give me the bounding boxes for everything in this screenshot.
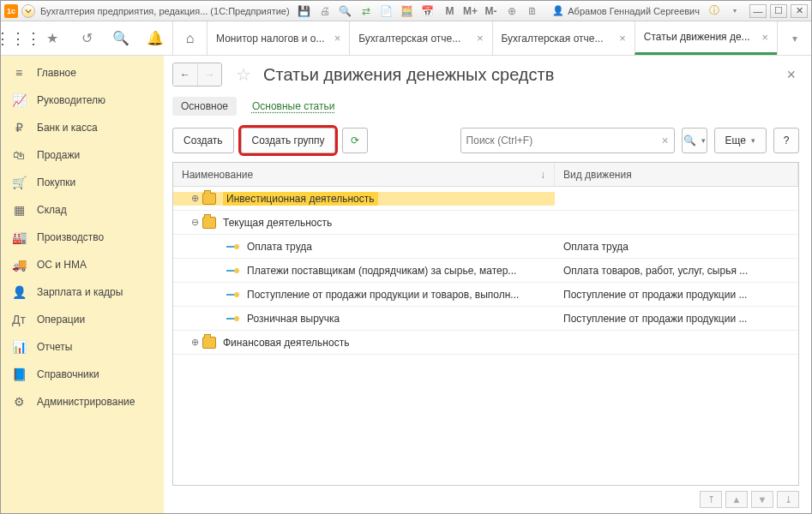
grid-row[interactable]: ⊕Инвестиционная деятельность [173, 187, 798, 211]
menu-icon: 📊 [11, 340, 27, 354]
info-dropdown-icon[interactable]: ▾ [727, 3, 743, 19]
column-kind-header[interactable]: Вид движения [555, 163, 798, 186]
subtab-main-items-link[interactable]: Основные статьи [252, 97, 344, 116]
memory-mminus-button[interactable]: M- [484, 3, 499, 19]
clear-search-icon[interactable]: × [661, 134, 668, 147]
print-icon[interactable]: 🖨 [317, 3, 333, 19]
expand-toggle-icon[interactable]: ⊕ [189, 193, 201, 204]
tab-overflow-button[interactable]: ▾ [777, 21, 811, 55]
expand-toggle-icon[interactable]: ⊖ [189, 217, 201, 228]
maximize-button[interactable]: ☐ [770, 4, 787, 18]
info-icon[interactable]: ⓘ [707, 3, 722, 19]
tab-1[interactable]: Бухгалтерская отче...× [349, 21, 491, 55]
preview-icon[interactable]: 🔍 [338, 3, 353, 19]
tab-3[interactable]: Статьи движения де...× [635, 21, 777, 55]
sidebar-item-label: Операции [37, 314, 85, 326]
close-tab-icon[interactable]: × [619, 32, 626, 45]
create-group-button[interactable]: Создать группу [241, 128, 336, 153]
sidebar-item-2[interactable]: ₽Банк и касса [1, 114, 164, 141]
grid-row[interactable]: Поступление от продажи продукции и товар… [173, 283, 798, 307]
tab-0[interactable]: Монитор налогов и о...× [207, 21, 349, 55]
menu-icon: ⚙ [11, 395, 27, 409]
row-name: Инвестиционная деятельность [223, 192, 378, 206]
page-content: ← → ☆ Статьи движения денежных средств ×… [164, 56, 811, 514]
search-input[interactable] [466, 134, 662, 146]
close-window-button[interactable]: ✕ [791, 4, 808, 18]
row-name: Поступление от продажи продукции и товар… [247, 289, 519, 301]
apps-grid-icon[interactable]: ⋮⋮⋮ [1, 21, 35, 56]
search-field[interactable]: × [460, 128, 675, 153]
minimize-button[interactable]: — [749, 4, 767, 18]
zoom-icon[interactable]: ⊕ [504, 3, 520, 19]
notifications-bell-icon[interactable]: 🔔 [138, 21, 172, 56]
close-tab-icon[interactable]: × [477, 32, 484, 45]
help-button[interactable]: ? [773, 128, 799, 153]
sidebar-item-label: Покупки [37, 176, 75, 188]
history-icon[interactable]: ↺ [69, 21, 104, 56]
favorite-toggle-icon[interactable]: ☆ [232, 63, 255, 86]
item-icon [226, 291, 240, 298]
sidebar-item-10[interactable]: 📊Отчеты [1, 333, 164, 361]
grid-row[interactable]: Платежи поставщикам (подрядчикам) за сыр… [173, 259, 798, 283]
subtab-main[interactable]: Основное [172, 97, 237, 116]
sidebar-item-11[interactable]: 📘Справочники [1, 361, 164, 388]
column-name-header[interactable]: Наименование↓ [173, 163, 555, 186]
nav-forward-button[interactable]: → [197, 63, 221, 86]
grid-nav-last-button[interactable]: ⤓ [777, 491, 799, 508]
tab-label: Монитор налогов и о... [216, 33, 329, 45]
sidebar-item-9[interactable]: ДтОперации [1, 306, 164, 333]
grid-nav-down-button[interactable]: ▼ [751, 491, 773, 508]
row-name: Розничная выручка [247, 313, 340, 325]
close-tab-icon[interactable]: × [761, 31, 768, 44]
nav-back-button[interactable]: ← [173, 63, 197, 86]
close-page-button[interactable]: × [783, 66, 799, 84]
grid-nav-first-button[interactable]: ⤒ [700, 491, 722, 508]
copy-icon[interactable]: 📄 [379, 3, 394, 19]
sidebar-item-3[interactable]: 🛍Продажи [1, 141, 164, 169]
menu-icon: 🛒 [11, 176, 27, 189]
menu-icon: 🚚 [11, 258, 27, 272]
grid-row[interactable]: Розничная выручкаПоступление от продажи … [173, 307, 798, 331]
expand-toggle-icon[interactable]: ⊕ [189, 337, 201, 348]
navigation-sidebar: ≡Главное📈Руководителю₽Банк и касса🛍Прода… [1, 56, 164, 514]
row-name: Финансовая деятельность [223, 337, 349, 349]
grid-nav-up-button[interactable]: ▲ [725, 491, 748, 508]
compare-icon[interactable]: ⇄ [358, 3, 374, 19]
sidebar-item-12[interactable]: ⚙Администрирование [1, 388, 164, 415]
menu-icon: 👤 [11, 285, 27, 299]
grid-row[interactable]: ⊖Текущая деятельность [173, 211, 798, 235]
home-icon[interactable]: ⌂ [172, 21, 207, 56]
folder-icon [202, 217, 216, 229]
sidebar-item-0[interactable]: ≡Главное [1, 59, 164, 87]
grid-row[interactable]: Оплата трудаОплата труда [173, 235, 798, 259]
global-search-icon[interactable]: 🔍 [104, 21, 138, 56]
item-icon [226, 243, 240, 250]
sidebar-item-8[interactable]: 👤Зарплата и кадры [1, 278, 164, 306]
row-name: Платежи поставщикам (подрядчикам) за сыр… [247, 265, 516, 277]
sidebar-item-5[interactable]: ▦Склад [1, 196, 164, 224]
sidebar-item-1[interactable]: 📈Руководителю [1, 87, 164, 114]
menu-icon: 📘 [11, 368, 27, 381]
memory-mplus-button[interactable]: M+ [463, 3, 478, 19]
calculator-icon[interactable]: 🧮 [400, 3, 415, 19]
grid-row[interactable]: ⊕Финансовая деятельность [173, 331, 798, 355]
app-menu-dropdown[interactable] [21, 4, 35, 18]
calendar-icon[interactable]: 📅 [420, 3, 436, 19]
user-icon: 👤 [552, 5, 564, 16]
close-tab-icon[interactable]: × [334, 32, 341, 45]
current-user[interactable]: 👤 Абрамов Геннадий Сергеевич [552, 5, 700, 16]
document-icon[interactable]: 🗎 [525, 3, 540, 19]
grid-body[interactable]: ⊕Инвестиционная деятельность⊖Текущая дея… [173, 187, 798, 485]
memory-m-button[interactable]: M [442, 3, 458, 19]
more-actions-button[interactable]: Еще▾ [714, 128, 767, 153]
tab-2[interactable]: Бухгалтерская отче...× [492, 21, 635, 55]
sidebar-item-4[interactable]: 🛒Покупки [1, 169, 164, 196]
title-toolbar-left: 💾 🖨 🔍 ⇄ 📄 🧮 📅 [297, 3, 436, 19]
advanced-search-button[interactable]: 🔍▾ [682, 128, 707, 153]
create-button[interactable]: Создать [172, 128, 234, 153]
refresh-list-button[interactable]: ⟳ [342, 128, 368, 153]
favorites-star-icon[interactable]: ★ [35, 21, 69, 56]
sidebar-item-6[interactable]: 🏭Производство [1, 224, 164, 251]
sidebar-item-7[interactable]: 🚚ОС и НМА [1, 251, 164, 278]
save-icon[interactable]: 💾 [297, 3, 312, 19]
